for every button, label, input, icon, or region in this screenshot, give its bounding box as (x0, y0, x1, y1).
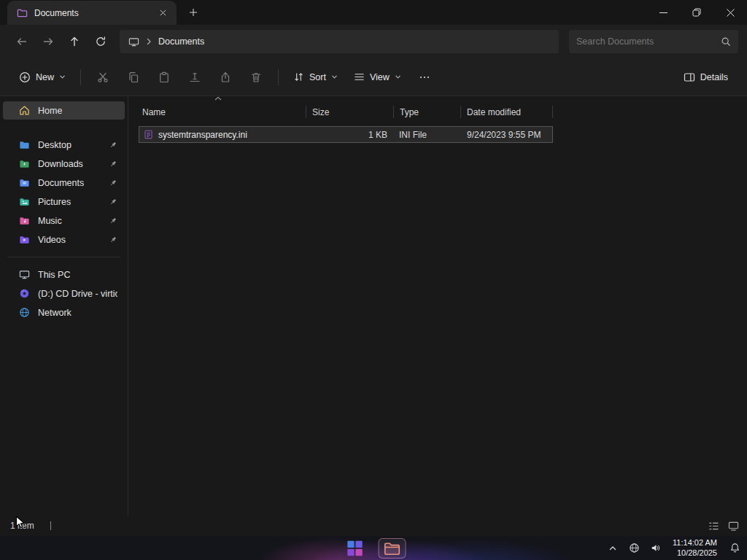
breadcrumb-documents[interactable]: Documents (158, 36, 204, 47)
minimize-button[interactable] (646, 0, 680, 25)
details-pane-button[interactable]: Details (676, 66, 735, 88)
sort-ascending-icon (214, 96, 222, 101)
sort-button-label: Sort (309, 72, 326, 82)
sort-arrows-icon (293, 71, 304, 82)
chevron-down-icon (395, 74, 401, 80)
toolbar-separator (278, 69, 279, 85)
view-button[interactable]: View (347, 66, 409, 88)
paste-button[interactable] (150, 64, 179, 90)
chevron-right-icon[interactable] (145, 38, 152, 45)
clock-date: 10/28/2025 (673, 548, 717, 559)
search-box[interactable] (569, 30, 738, 53)
status-divider (50, 521, 51, 530)
file-name: systemtransparency.ini (158, 130, 247, 140)
sidebar-item-network[interactable]: Network (3, 303, 125, 322)
chevron-down-icon (331, 74, 338, 80)
up-button[interactable] (61, 29, 88, 54)
cut-button[interactable] (88, 64, 117, 90)
forward-button[interactable] (35, 29, 61, 54)
start-button[interactable] (341, 538, 369, 559)
refresh-button[interactable] (88, 29, 114, 54)
navigation-sidebar: Home Desktop Downloads (0, 96, 128, 516)
taskbar-clock[interactable]: 11:14:02 AM 10/28/2025 (668, 538, 721, 559)
large-icons-view-toggle[interactable] (727, 519, 740, 532)
desktop-folder-icon (19, 139, 30, 150)
tab-close-icon[interactable] (155, 5, 171, 21)
pin-icon (109, 217, 117, 225)
ini-file-icon (144, 130, 153, 139)
explorer-tab[interactable]: Documents (7, 1, 177, 25)
sidebar-item-home[interactable]: Home (3, 101, 125, 120)
status-bar: 1 item (0, 516, 747, 536)
documents-folder-icon (19, 177, 30, 188)
new-plus-icon (19, 71, 31, 83)
close-button[interactable] (713, 0, 747, 25)
rename-button[interactable] (180, 64, 209, 90)
network-globe-icon[interactable] (626, 540, 642, 557)
sidebar-item-pictures[interactable]: Pictures (3, 192, 125, 211)
pin-icon (109, 198, 117, 206)
copy-button[interactable] (119, 64, 148, 90)
sidebar-spacer (0, 120, 128, 136)
sidebar-item-videos[interactable]: Videos (3, 230, 125, 249)
sidebar-item-this-pc[interactable]: This PC (3, 265, 125, 284)
new-button-label: New (36, 72, 54, 82)
tray-chevron-up-icon[interactable] (605, 540, 621, 557)
window-controls (646, 0, 747, 25)
notification-bell-icon[interactable] (727, 540, 743, 557)
column-header-size[interactable]: Size (306, 102, 394, 122)
sidebar-item-desktop[interactable]: Desktop (3, 136, 125, 154)
column-header-name[interactable]: Name (139, 102, 306, 122)
system-tray: 11:14:02 AM 10/28/2025 (605, 536, 743, 560)
folder-icon (17, 7, 28, 18)
column-label: Name (142, 107, 166, 117)
back-button[interactable] (9, 29, 35, 54)
new-button[interactable]: New (12, 66, 73, 88)
column-header-date-modified[interactable]: Date modified (461, 102, 553, 122)
navigation-bar: Documents (0, 25, 747, 58)
column-label: Size (312, 107, 329, 117)
search-icon[interactable] (721, 36, 731, 47)
this-pc-icon (128, 36, 139, 47)
cd-drive-icon (19, 288, 30, 299)
column-header-type[interactable]: Type (394, 102, 461, 122)
sidebar-divider (7, 257, 120, 257)
sidebar-item-music[interactable]: Music (3, 211, 125, 230)
music-folder-icon (19, 215, 30, 226)
details-view-toggle[interactable] (707, 519, 720, 532)
file-explorer-window: Documents (0, 0, 747, 536)
mouse-cursor (15, 516, 26, 529)
command-toolbar: New Sort (0, 58, 747, 96)
volume-icon[interactable] (647, 540, 663, 557)
this-pc-icon (19, 269, 30, 280)
clock-time: 11:14:02 AM (673, 538, 717, 548)
details-pane-icon (684, 71, 695, 83)
sidebar-item-label: Music (38, 216, 62, 226)
view-button-label: View (370, 72, 390, 82)
downloads-folder-icon (19, 158, 30, 169)
delete-button[interactable] (241, 64, 271, 90)
new-tab-button[interactable] (182, 1, 204, 23)
sort-button[interactable]: Sort (286, 66, 345, 88)
pin-icon (109, 179, 117, 187)
search-input[interactable] (576, 36, 721, 47)
sidebar-item-cd-drive[interactable]: (D:) CD Drive - virtio- (3, 284, 125, 303)
file-row-selected[interactable]: systemtransparency.ini 1 KB INI File 9/2… (139, 126, 553, 143)
home-icon (19, 105, 30, 116)
address-bar[interactable]: Documents (120, 30, 559, 53)
file-explorer-taskbar-button[interactable] (379, 538, 406, 559)
sidebar-item-documents[interactable]: Documents (3, 174, 125, 192)
share-button[interactable] (211, 64, 240, 90)
pin-icon (109, 141, 117, 149)
videos-folder-icon (19, 234, 30, 245)
sidebar-item-label: Documents (38, 178, 84, 188)
sidebar-item-label: Downloads (38, 159, 83, 169)
sidebar-item-downloads[interactable]: Downloads (3, 155, 125, 173)
more-options-button[interactable] (410, 64, 439, 90)
network-icon (19, 307, 30, 318)
column-headers: Name Size Type Date modified (139, 102, 747, 122)
toolbar-separator (80, 69, 81, 85)
sidebar-item-label: Network (38, 308, 71, 318)
restore-button[interactable] (680, 0, 713, 25)
pin-icon (109, 160, 117, 168)
